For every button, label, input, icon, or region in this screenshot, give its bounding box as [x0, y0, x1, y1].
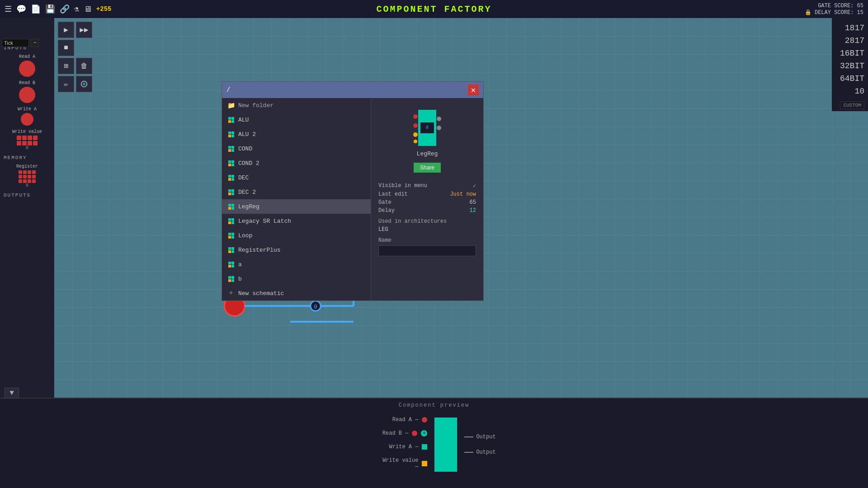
select-btn[interactable]: ⊞: [58, 58, 74, 74]
toolbar-row-2: ■: [58, 40, 92, 56]
list-item-new-schematic[interactable]: + New schematic: [222, 286, 371, 300]
app-title: COMPONENT FACTORY: [376, 4, 491, 14]
cond2-label: COND 2: [238, 160, 259, 167]
read-b-dot[interactable]: [19, 87, 35, 103]
name-input[interactable]: [378, 245, 476, 256]
svg-point-53: [413, 123, 418, 128]
loop-label: Loop: [238, 232, 252, 239]
svg-point-55: [414, 140, 417, 143]
menu-icon[interactable]: ☰: [5, 4, 12, 14]
write-val-zero: 0: [26, 145, 28, 150]
preview-output-1: Output: [464, 434, 495, 440]
preview-write-val-dot: [422, 461, 427, 466]
dec-label: DEC: [238, 174, 249, 181]
list-item-dec2[interactable]: DEC 2: [222, 185, 371, 199]
list-item-alu2[interactable]: ALU 2: [222, 127, 371, 141]
toolbar-row-1: ▶ ▶▶: [58, 22, 92, 38]
sidebar-read-b: Read B: [4, 80, 51, 103]
visible-check: ✓: [473, 183, 476, 189]
list-item-legreg[interactable]: LegReg: [222, 199, 371, 214]
preview-read-b-label: Read B —: [372, 430, 408, 436]
preview-read-a: Read A —: [382, 417, 427, 423]
list-item-cond[interactable]: COND: [222, 141, 371, 156]
preview-read-a-label: Read A —: [382, 417, 418, 423]
chevron-down-icon: ▼: [9, 389, 14, 397]
right-sidebar: 1817 2817 16BIT 32BIT 64BIT 10 CUSTOM: [832, 18, 868, 111]
score-64bit: 64BIT: [840, 74, 864, 83]
detail-component-name: LegReg: [417, 150, 438, 157]
list-item-new-folder[interactable]: 📁 New folder: [222, 98, 371, 113]
list-item-regplus[interactable]: RegisterPlus: [222, 243, 371, 257]
component-preview-title: Component preview: [0, 399, 868, 412]
modal-close-btn[interactable]: ✕: [468, 84, 479, 95]
stop-btn[interactable]: ■: [58, 40, 74, 56]
folder-icon: 📁: [227, 102, 235, 109]
alu-icon: [227, 116, 235, 123]
alu-label: ALU: [238, 117, 249, 123]
tick-minus-btn[interactable]: −: [31, 39, 39, 47]
refresh-btn[interactable]: [76, 76, 92, 92]
sidebar-write-val: Write value 0: [4, 129, 51, 150]
a-icon: [227, 261, 235, 268]
chip-icon[interactable]: 🖥: [84, 5, 92, 14]
list-item-legacy-sr[interactable]: Legacy SR Latch: [222, 214, 371, 228]
coins-display: +255: [96, 5, 112, 13]
svg-point-54: [413, 132, 418, 137]
score-10: 10: [854, 87, 864, 96]
used-in-label: Used in architectures: [378, 218, 476, 225]
b-label: b: [238, 276, 242, 282]
flask-icon[interactable]: ⚗: [74, 4, 79, 14]
output-line-2: [464, 452, 473, 453]
fast-forward-btn[interactable]: ▶▶: [76, 22, 92, 38]
gate-score-label: GATE SCORE: 65: [818, 3, 863, 9]
preview-read-b-dot: [412, 431, 417, 436]
cond-icon: [227, 145, 235, 152]
chat-icon[interactable]: 💬: [16, 4, 26, 14]
edit-btn[interactable]: ✏: [58, 76, 74, 92]
name-label: Name: [378, 237, 476, 244]
panel-toggle-btn[interactable]: ▼: [5, 388, 19, 399]
register-label: Register: [16, 164, 38, 169]
delay-val: 12: [470, 207, 476, 214]
write-a-label: Write A: [18, 107, 37, 112]
play-btn[interactable]: ▶: [58, 22, 74, 38]
share-button[interactable]: Share: [414, 163, 441, 173]
read-a-dot[interactable]: [19, 61, 35, 77]
delete-btn[interactable]: 🗑: [76, 58, 92, 74]
nav-icons: ☰ 💬 📄 💾 🔗 ⚗ 🖥 +255: [5, 4, 111, 14]
list-item-alu[interactable]: ALU: [222, 113, 371, 127]
svg-point-57: [437, 126, 441, 130]
modal-detail-panel: 0 LegReg Share Visible in menu ✓ Last ed…: [371, 98, 483, 300]
list-item-dec[interactable]: DEC: [222, 170, 371, 185]
score-32bit: 32BIT: [840, 61, 864, 70]
output-line-1: [464, 436, 473, 437]
preview-read-b-num: 0: [421, 430, 427, 436]
list-item-loop[interactable]: Loop: [222, 228, 371, 243]
alu2-icon: [227, 131, 235, 138]
write-a-dot[interactable]: [21, 113, 33, 126]
list-item-b[interactable]: b: [222, 272, 371, 286]
svg-point-52: [413, 114, 418, 119]
list-item-cond2[interactable]: COND 2: [222, 156, 371, 170]
custom-badge: CUSTOM: [840, 101, 864, 109]
register-grid[interactable]: [19, 170, 36, 183]
list-item-a[interactable]: a: [222, 257, 371, 272]
modal-path: /: [226, 86, 230, 94]
modal-file-list: 📁 New folder ALU: [222, 98, 371, 300]
svg-point-56: [437, 117, 441, 121]
plus-icon: +: [227, 290, 235, 297]
write-val-grid[interactable]: [17, 136, 38, 145]
delay-score-label: 🔒 DELAY SCORE: 15: [805, 9, 863, 16]
svg-point-1: [83, 83, 85, 85]
network-icon[interactable]: 🔗: [60, 4, 70, 14]
svg-text:0: 0: [314, 304, 317, 310]
regplus-icon: [227, 246, 235, 253]
save-icon[interactable]: 💾: [45, 4, 55, 14]
loop-icon: [227, 232, 235, 239]
preview-output-2: Output: [464, 449, 495, 455]
file-icon[interactable]: 📄: [31, 4, 41, 14]
legacy-sr-icon: [227, 217, 235, 225]
svg-text:0: 0: [426, 125, 429, 130]
tick-input[interactable]: [2, 39, 29, 47]
a-label: a: [238, 261, 242, 268]
